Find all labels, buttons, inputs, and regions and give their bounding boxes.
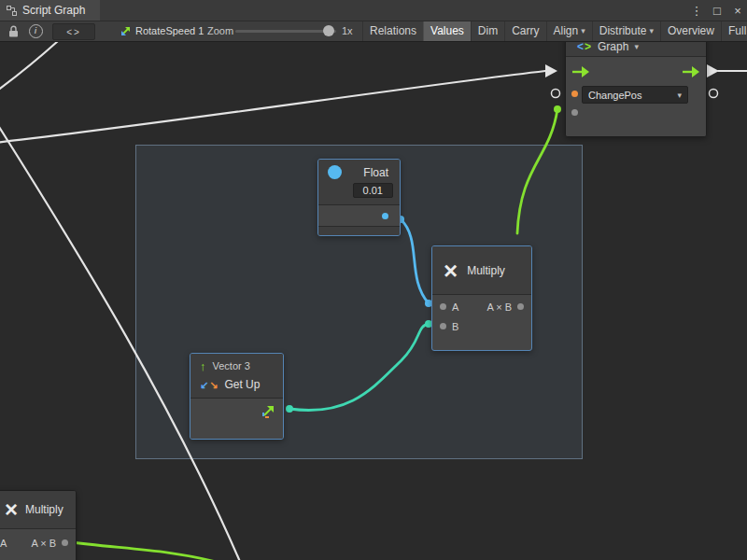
multiply-input-a-label: A <box>452 301 458 313</box>
zoom-slider-track[interactable] <box>235 30 336 33</box>
graph-unit-node[interactable]: <> Graph ▾ ChangePos ▾ <box>565 35 707 137</box>
tab-script-graph[interactable]: Script Graph <box>0 0 100 21</box>
info-button[interactable]: i <box>26 21 45 41</box>
float-node-title: Float <box>363 166 388 179</box>
float-node-header: Float 0.01 <box>318 160 400 205</box>
flow-input-port[interactable] <box>571 65 590 78</box>
lock-icon <box>8 25 19 37</box>
dropdown-arrow-icon: ▾ <box>649 26 654 35</box>
carry-button[interactable]: Carry <box>504 21 545 41</box>
multiply-icon: × <box>5 498 18 521</box>
multiply-node-partial[interactable]: × Multiply A A × B <box>0 490 77 560</box>
fullscreen-button[interactable]: Full Screen <box>721 21 747 41</box>
float-node[interactable]: Float 0.01 <box>317 159 401 236</box>
multiply-node-title: Multiply <box>467 264 505 277</box>
multiply2-output-label: A × B <box>31 538 56 549</box>
multiply-output-port[interactable] <box>517 303 524 310</box>
multiply-output-label: A × B <box>486 301 512 313</box>
graph-toolbar: i <> RotateSpeed 1 Zoom 1x Relations Val… <box>0 21 747 42</box>
float-node-footer <box>318 226 400 235</box>
dropdown-arrow-icon: ▾ <box>634 42 639 51</box>
multiply2-output-port[interactable] <box>62 539 68 546</box>
values-button[interactable]: Values <box>423 21 471 41</box>
window-title: Script Graph <box>22 4 85 17</box>
multiply2-node-title: Multiply <box>25 503 63 516</box>
multiply2-node-header: × Multiply <box>0 491 76 529</box>
getup-node-title: Get Up <box>224 378 260 391</box>
script-graph-window: Float 0.01 × Multiply A A × B <box>0 0 747 560</box>
toolbar-button-group: Relations Values Dim Carry Align▾ Distri… <box>362 21 747 41</box>
graph-asset-name[interactable]: RotateSpeed 1 <box>135 21 204 41</box>
window-close-button[interactable]: × <box>728 0 747 21</box>
changepos-input-port[interactable] <box>571 91 578 97</box>
up-arrow-icon: ↑ <box>200 360 206 372</box>
window-menu-button[interactable]: ⋮ <box>687 0 706 21</box>
lock-button[interactable] <box>4 21 22 41</box>
dropdown-arrow-icon: ▾ <box>677 91 682 100</box>
zoom-label: Zoom <box>207 21 233 41</box>
graph-window-icon <box>7 6 17 16</box>
multiply-input-a-port[interactable] <box>440 303 446 310</box>
graph-asset-icon <box>118 21 133 41</box>
float-value-field[interactable]: 0.01 <box>353 183 393 198</box>
changepos-dropdown[interactable]: ChangePos ▾ <box>582 86 688 104</box>
vector3-output-port[interactable] <box>261 404 275 418</box>
vector3-type-label: Vector 3 <box>213 360 250 371</box>
zoom-slider-knob[interactable] <box>323 25 334 36</box>
flow-output-port[interactable] <box>682 65 700 78</box>
relations-button[interactable]: Relations <box>362 21 423 41</box>
multiply-icon: × <box>444 259 458 283</box>
window-maximize-button[interactable]: □ <box>708 0 726 21</box>
window-titlebar: Script Graph ⋮ □ × <box>0 0 747 21</box>
graph-extra-port[interactable] <box>571 109 578 116</box>
zoom-value: 1x <box>342 21 353 41</box>
multiply-input-b-port[interactable] <box>440 323 446 329</box>
distribute-button[interactable]: Distribute▾ <box>592 21 660 41</box>
info-icon: i <box>29 24 43 38</box>
vector3-getup-node[interactable]: ↑ Vector 3 ↙↘ Get Up <box>190 353 284 440</box>
overview-button[interactable]: Overview <box>660 21 721 41</box>
code-view-button[interactable]: <> <box>52 23 95 40</box>
multiply-node-header: × Multiply <box>432 246 531 295</box>
dropdown-arrow-icon: ▾ <box>581 26 585 35</box>
dim-button[interactable]: Dim <box>471 21 504 41</box>
multiply2-input-a-label: A <box>0 538 7 549</box>
align-button[interactable]: Align▾ <box>546 21 592 41</box>
vector3-node-header: ↑ Vector 3 ↙↘ Get Up <box>190 354 283 399</box>
multiply-input-b-label: B <box>452 321 458 332</box>
multiply-node[interactable]: × Multiply A A × B B <box>431 245 532 351</box>
float-output-port[interactable] <box>382 213 388 219</box>
float-type-icon <box>328 165 342 179</box>
changepos-value: ChangePos <box>588 90 642 101</box>
get-transform-icon: ↙↘ <box>200 380 218 390</box>
